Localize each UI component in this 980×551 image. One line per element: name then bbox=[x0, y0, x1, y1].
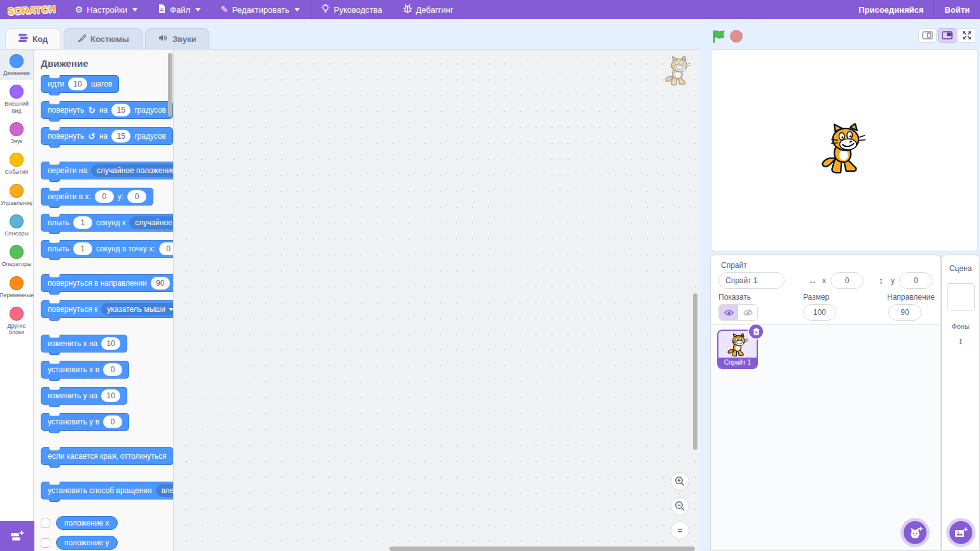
block-set-x[interactable]: установить x в0 bbox=[41, 361, 129, 379]
block-turn-right[interactable]: повернуть↻на15градусов bbox=[41, 101, 173, 119]
block-dropdown[interactable]: случайное положение bbox=[91, 164, 174, 177]
chevron-down-icon bbox=[132, 8, 137, 11]
block-point-direction[interactable]: повернуться в направлении90 bbox=[41, 274, 174, 292]
tab-sounds[interactable]: Звуки bbox=[145, 28, 210, 49]
category-label: Другие блоки bbox=[1, 323, 32, 336]
tab-costumes[interactable]: Костюмы bbox=[64, 28, 143, 49]
file-menu[interactable]: Файл bbox=[148, 0, 211, 19]
block-text: плыть bbox=[48, 244, 69, 253]
sidebar-category-variables[interactable]: Переменные bbox=[0, 272, 33, 302]
block-glide-xy[interactable]: плыть1секунд в точку x:0y:0 bbox=[41, 240, 174, 258]
sidebar-category-control[interactable]: Управление bbox=[0, 179, 33, 210]
block-dropdown[interactable]: указатель мыши bbox=[101, 303, 174, 316]
green-flag-button[interactable] bbox=[712, 29, 725, 46]
large-stage-button[interactable] bbox=[938, 28, 956, 43]
block-number-input[interactable]: 10 bbox=[68, 78, 87, 90]
block-number-input[interactable]: 10 bbox=[101, 337, 120, 350]
block-turn-left[interactable]: повернуть↺на15градусов bbox=[41, 127, 173, 145]
sidebar-category-looks[interactable]: Внешний вид bbox=[0, 80, 33, 118]
edit-menu[interactable]: ✎ Редактировать bbox=[211, 0, 310, 19]
green-flag-icon bbox=[712, 29, 725, 43]
tutorials-menu[interactable]: Руководства bbox=[311, 0, 393, 19]
block-number-input[interactable]: 15 bbox=[111, 104, 130, 116]
delete-sprite-button[interactable] bbox=[749, 324, 763, 338]
scratch-logo[interactable]: SCRATCH bbox=[8, 3, 57, 17]
sidebar-category-sensing[interactable]: Сенсоры bbox=[0, 210, 33, 241]
stage-sprite-cat[interactable] bbox=[818, 123, 868, 175]
backdrop-thumbnail[interactable] bbox=[947, 283, 975, 311]
sprite-size-input[interactable]: 100 bbox=[803, 304, 836, 321]
block-glide-to[interactable]: плыть1секунд кслучайное положение bbox=[41, 214, 174, 232]
large-stage-icon bbox=[942, 31, 953, 39]
block-point-towards[interactable]: повернуться куказатель мыши bbox=[41, 300, 174, 318]
stage[interactable] bbox=[711, 49, 978, 251]
block-number-input[interactable]: 10 bbox=[101, 389, 120, 402]
show-sprite-button[interactable] bbox=[719, 305, 738, 320]
signin-link[interactable]: Войти bbox=[934, 0, 980, 19]
sidebar-category-operators[interactable]: Операторы bbox=[0, 241, 33, 271]
code-workspace[interactable]: = bbox=[174, 50, 700, 551]
block-change-x[interactable]: изменить x на10 bbox=[41, 335, 127, 352]
stage-title-label: Сцена bbox=[949, 264, 972, 273]
debug-menu[interactable]: Дебаггинг bbox=[393, 0, 464, 19]
sprite-direction-input[interactable]: 90 bbox=[888, 304, 921, 321]
zoom-out-button[interactable] bbox=[671, 497, 689, 515]
block-number-input[interactable]: 15 bbox=[111, 130, 130, 143]
sidebar-category-events[interactable]: События bbox=[0, 148, 33, 179]
block-number-input[interactable]: 1 bbox=[73, 216, 92, 229]
palette-row: установить y в0 bbox=[41, 413, 173, 431]
block-number-input[interactable]: 0 bbox=[103, 415, 122, 428]
menu-bar: SCRATCH ⚙ Настройки Файл ✎ Редактировать… bbox=[0, 0, 980, 19]
vertical-arrow-icon: ↕ bbox=[879, 276, 883, 286]
block-goto-xy[interactable]: перейти в x:0y:0 bbox=[41, 188, 153, 206]
x-position-checkbox[interactable] bbox=[41, 519, 50, 528]
block-bounce-edge[interactable]: если касается края, оттолкнуться bbox=[41, 447, 174, 465]
sensing-category-dot bbox=[10, 214, 24, 228]
zoom-in-button[interactable] bbox=[671, 472, 689, 491]
small-stage-button[interactable] bbox=[918, 28, 937, 43]
palette-blocks: идти10шаговповернуть↻на15градусовповерну… bbox=[41, 75, 173, 550]
sidebar-category-motion[interactable]: Движение bbox=[0, 50, 33, 80]
gear-icon: ⚙ bbox=[75, 5, 83, 14]
block-change-y[interactable]: изменить y на10 bbox=[41, 387, 127, 405]
block-move-steps[interactable]: идти10шагов bbox=[41, 75, 119, 93]
add-sprite-button[interactable] bbox=[904, 521, 927, 544]
block-number-input[interactable]: 0 bbox=[159, 242, 174, 255]
block-set-rotation-style[interactable]: установить способ вращениявлево-вправо bbox=[41, 482, 174, 499]
palette-scrollbar[interactable] bbox=[168, 53, 172, 116]
sprite-card-selected[interactable]: Спрайт 1 bbox=[717, 330, 758, 369]
category-label: Звук bbox=[11, 138, 22, 144]
block-set-y[interactable]: установить y в0 bbox=[41, 413, 129, 431]
dropdown-value: указатель мыши bbox=[107, 305, 165, 314]
block-y-position[interactable]: положение y bbox=[56, 536, 118, 550]
settings-menu[interactable]: ⚙ Настройки bbox=[65, 0, 148, 19]
block-number-input[interactable]: 0 bbox=[103, 363, 122, 376]
sprite-name-input[interactable] bbox=[718, 272, 785, 289]
sidebar-category-myblocks[interactable]: Другие блоки bbox=[0, 302, 33, 340]
sprite-y-input[interactable]: 0 bbox=[899, 272, 932, 289]
add-extension-button[interactable] bbox=[0, 521, 34, 551]
block-number-input[interactable]: 0 bbox=[127, 190, 146, 203]
workspace-vertical-scrollbar[interactable] bbox=[693, 293, 697, 450]
y-position-checkbox[interactable] bbox=[41, 538, 50, 548]
hide-sprite-button[interactable] bbox=[738, 305, 757, 320]
add-backdrop-button[interactable] bbox=[949, 521, 972, 544]
block-number-input[interactable]: 0 bbox=[95, 190, 114, 203]
workspace-horizontal-scrollbar[interactable] bbox=[389, 547, 695, 551]
visibility-toggle bbox=[718, 304, 758, 321]
fullscreen-button[interactable] bbox=[958, 28, 976, 43]
category-label: Управление bbox=[1, 200, 32, 206]
block-number-input[interactable]: 1 bbox=[73, 242, 92, 255]
zoom-reset-button[interactable]: = bbox=[671, 521, 689, 540]
stop-button[interactable] bbox=[730, 30, 743, 45]
block-x-position[interactable]: положение x bbox=[56, 516, 118, 530]
block-dropdown[interactable]: случайное положение bbox=[129, 216, 174, 229]
stage-selector-panel[interactable]: Сцена Фоны 1 bbox=[941, 255, 980, 551]
block-number-input[interactable]: 90 bbox=[151, 277, 170, 289]
join-link[interactable]: Присоединяйся bbox=[848, 0, 934, 19]
block-dropdown[interactable]: влево-вправо bbox=[156, 484, 174, 497]
block-goto-random[interactable]: перейти наслучайное положение bbox=[41, 162, 174, 179]
tab-code[interactable]: Код bbox=[5, 28, 61, 49]
sidebar-category-sound[interactable]: Звук bbox=[0, 118, 33, 148]
sprite-x-input[interactable]: 0 bbox=[830, 272, 864, 289]
